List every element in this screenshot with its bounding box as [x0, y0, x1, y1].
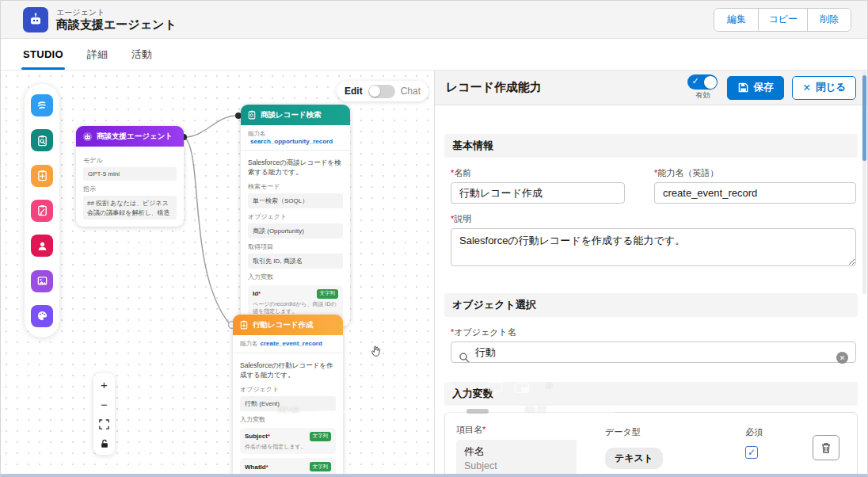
mode-switch[interactable] [368, 85, 395, 98]
palette-icon[interactable] [31, 305, 53, 327]
node-toolbar [25, 84, 59, 338]
node-title: 商談レコード検索 [261, 110, 322, 120]
mode-toggle: Edit Chat [337, 81, 428, 101]
delete-button[interactable]: 削除 [807, 9, 851, 31]
object-name-field-label: *オブジェクト名 [451, 326, 856, 338]
field-label: 検索モード [248, 182, 343, 191]
section-basic-info: 基本情報 [444, 134, 858, 158]
ability-label: 能力名 [240, 340, 258, 347]
description-field-label: *説明 [451, 213, 856, 225]
node-event-create[interactable]: 行動レコード作成 能力名create_event_record Salesfor… [233, 315, 343, 477]
required-label: 必須 [745, 426, 763, 438]
type-badge: 文字列 [310, 432, 332, 441]
field-value: ## 役割 あなたは、ビジネス会議の議事録を解析し、構造化されたサ… [83, 196, 177, 219]
node-title: 行動レコード作成 [253, 320, 314, 330]
copy-button[interactable]: コピー [758, 9, 807, 31]
save-button[interactable]: 保存 [727, 76, 784, 100]
image-icon[interactable] [31, 270, 53, 292]
field-value: 行動 (Event) [240, 396, 336, 411]
section-input-vars: 入力変数 [444, 382, 858, 406]
tab-activity[interactable]: 活動 [131, 39, 152, 70]
capability-panel: レコード作成能力 ✓ 有効 保存 ✕ 閉じる [435, 71, 868, 477]
field-name-value[interactable]: 件名 Subject [456, 440, 577, 476]
flow-canvas[interactable]: Edit Chat 商談支援エージェント [1, 71, 435, 477]
required-checkbox[interactable]: ✓ [745, 446, 758, 459]
record-create-icon[interactable] [31, 165, 53, 187]
enabled-toggle-label: 有効 [695, 90, 710, 101]
delete-var-button[interactable] [813, 435, 839, 460]
tab-studio[interactable]: STUDIO [23, 39, 63, 70]
user-icon[interactable] [31, 235, 53, 257]
agent-studio-window: エージェント 商談支援エージェント 編集 コピー 削除 STUDIO 詳細 活動 [0, 0, 868, 477]
ability-name-link[interactable]: create_event_record [261, 340, 322, 347]
robot-icon [28, 12, 44, 28]
flow-icon[interactable] [31, 94, 53, 116]
object-search-input[interactable] [451, 342, 856, 363]
page-title: 商談支援エージェント [56, 17, 177, 31]
name-field[interactable] [451, 182, 625, 204]
ability-label: 能力名 [248, 130, 266, 137]
zoom-out-button[interactable]: − [97, 398, 112, 410]
header-action-group: 編集 コピー 削除 [714, 8, 851, 32]
vars-label: 入力変数 [248, 273, 343, 281]
tab-bar: STUDIO 詳細 活動 [1, 39, 867, 71]
zoom-in-button[interactable]: + [97, 378, 112, 391]
data-type-pill: テキスト [605, 448, 663, 469]
capability-title: レコード作成能力 [446, 80, 542, 95]
close-icon: ✕ [802, 82, 810, 93]
type-badge: 文字列 [310, 462, 332, 471]
field-value: 単一検索（SOQL） [248, 193, 343, 208]
field-name-label: 項目名* [456, 424, 577, 436]
description-field[interactable]: Salesforceの行動レコードを作成する能力です。 [451, 228, 856, 266]
field-label: 取得項目 [248, 242, 343, 251]
lock-button[interactable] [97, 437, 112, 450]
field-value: GPT-5 mini [83, 167, 177, 181]
field-value: 商談 (Opportunity) [248, 223, 343, 238]
app-category: エージェント [56, 8, 177, 17]
capability-form: 基本情報 *名前 *能力名（英語） *説明 Salesforceの行動レコードを… [435, 105, 868, 477]
node-title: 商談支援エージェント [97, 132, 173, 142]
app-header: エージェント 商談支援エージェント 編集 コピー 削除 [1, 1, 867, 39]
panel-scrollbar [862, 72, 866, 294]
agent-app-icon [23, 7, 48, 32]
mode-edit-label: Edit [345, 86, 363, 97]
canvas-zoom-controls: + − [93, 373, 115, 455]
node-agent[interactable]: 商談支援エージェント モデル GPT-5 mini 指示 ## 役割 あなたは、… [76, 126, 184, 227]
section-object-select: オブジェクト選択 [444, 293, 858, 317]
clear-icon[interactable]: ✕ [836, 352, 848, 364]
input-var: WhatId* 文字列 関連先 IDの値を指定します。 [240, 458, 336, 477]
edge-connectors [1, 71, 435, 477]
api-name-field-label: *能力名（英語） [654, 167, 856, 179]
record-search-icon [247, 110, 257, 120]
capability-panel-header: レコード作成能力 ✓ 有効 保存 ✕ 閉じる [435, 71, 868, 105]
vars-label: 入力変数 [240, 415, 336, 424]
record-search-icon[interactable] [31, 129, 53, 151]
field-label: モデル [83, 156, 177, 165]
scrollbar-thumb[interactable] [862, 75, 866, 161]
trash-icon [820, 442, 832, 454]
api-name-field[interactable] [654, 182, 856, 204]
record-edit-icon[interactable] [31, 200, 53, 222]
enabled-toggle[interactable]: ✓ [687, 74, 718, 90]
field-label: オブジェクト [248, 212, 343, 221]
robot-icon [82, 132, 93, 142]
node-description: Salesforceの行動レコードを作成する能力です。 [240, 361, 336, 380]
name-field-label: *名前 [451, 167, 625, 179]
fit-view-button[interactable] [97, 418, 112, 430]
tab-details[interactable]: 詳細 [87, 39, 108, 70]
input-var: Subject* 文字列 件名の値を指定します。 [240, 428, 336, 455]
field-label: オブジェクト [240, 385, 336, 394]
record-create-icon [239, 320, 249, 330]
mode-chat-label: Chat [401, 86, 421, 97]
search-icon [459, 352, 470, 366]
field-value: 取引先 ID, 商談名 [248, 254, 343, 269]
edit-button[interactable]: 編集 [714, 9, 758, 31]
save-icon [738, 82, 748, 93]
close-button[interactable]: ✕ 閉じる [792, 76, 856, 100]
node-opportunity-search[interactable]: 商談レコード検索 能力名search_opportunity_record Sa… [241, 105, 350, 326]
input-var-card: 項目名* 件名 Subject データ型 テキスト 必須 ✓ [444, 412, 858, 477]
data-type-label: データ型 [605, 426, 663, 438]
node-description: Salesforceの商談レコードを検索する能力です。 [248, 158, 343, 177]
ability-name-link[interactable]: search_opportunity_record [250, 138, 333, 145]
field-label: 指示 [83, 185, 177, 193]
